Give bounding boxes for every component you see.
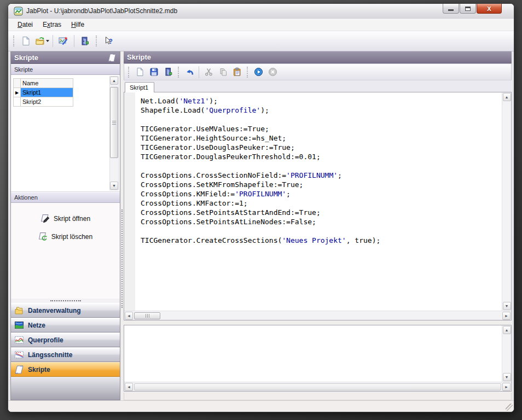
script-grid: Name ▶ Skript1 Skript2 <box>13 78 73 107</box>
output-text-area[interactable] <box>124 325 502 382</box>
open-file-button[interactable] <box>34 33 50 49</box>
paste-button[interactable] <box>230 66 244 79</box>
main-panel-strip <box>124 393 512 400</box>
code-line: TICGenerator.HeightSource:=hs_Net; <box>141 133 500 143</box>
save-script-button[interactable] <box>147 66 161 79</box>
stop-icon <box>268 67 277 77</box>
code-line: CrossOptions.KMField:='PROFILNUMM'; <box>141 189 500 199</box>
menu-extras[interactable]: Extras <box>38 19 66 30</box>
list-scrollbar[interactable]: ▲ ▼ <box>109 76 119 190</box>
scroll-up-arrow[interactable]: ▲ <box>503 326 511 334</box>
content-area: Skripte Skripte Name ▶ S <box>8 51 514 400</box>
scroll-left-arrow[interactable]: ◄ <box>125 383 133 391</box>
code-content[interactable]: Net.Load('Netz1');Shapefile.Load('Querpr… <box>135 92 502 311</box>
nav-querprofile[interactable]: Querprofile <box>11 332 120 347</box>
folders-icon <box>14 306 24 316</box>
main-toolbar: ? <box>8 31 514 51</box>
run-script-button[interactable] <box>251 66 265 79</box>
minimize-button[interactable] <box>443 4 459 14</box>
toolbar-grip[interactable] <box>96 36 97 46</box>
open-file-icon <box>35 36 45 46</box>
scrollbar-thumb[interactable] <box>134 383 501 390</box>
script-list: Name ▶ Skript1 Skript2 ▲ <box>11 75 120 192</box>
help-button[interactable]: ? <box>100 33 117 49</box>
editor-vscrollbar[interactable]: ▲ ▼ <box>502 92 511 311</box>
copy-button[interactable] <box>216 66 230 79</box>
scrollbar-thumb[interactable] <box>134 312 160 319</box>
toolbar-separator <box>199 66 199 78</box>
scroll-right-arrow[interactable]: ► <box>502 383 511 391</box>
menu-datei[interactable]: Datei <box>13 19 38 30</box>
exit-door-icon <box>80 36 90 46</box>
cross-section-chart-icon <box>14 335 24 345</box>
list-item-skript2[interactable]: Skript2 <box>14 97 73 107</box>
cut-icon <box>204 67 213 77</box>
cut-button[interactable] <box>201 66 216 79</box>
close-script-button[interactable] <box>161 66 175 79</box>
scroll-down-arrow[interactable]: ▼ <box>503 373 511 381</box>
report-wizard-icon <box>59 36 68 46</box>
scroll-right-arrow[interactable]: ► <box>502 312 511 320</box>
code-line: CrossOptions.KMFactor:=1; <box>141 199 500 208</box>
sidebar-header: Skripte <box>11 52 120 64</box>
code-line: CrossOptions.CrossSectionNoField:='PROFI… <box>141 171 500 180</box>
main-header-title: Skripte <box>127 53 151 61</box>
grid-header-row: Name <box>14 79 73 88</box>
tab-skript1[interactable]: Skript1 <box>125 82 154 92</box>
current-row-marker: ▶ <box>14 88 21 97</box>
scroll-down-arrow[interactable]: ▼ <box>110 182 118 190</box>
maximize-button[interactable] <box>460 4 476 14</box>
scroll-down-arrow[interactable]: ▼ <box>503 302 511 310</box>
title-bar[interactable]: JabPlot - U:\jabrondb\JabPlot\JabPlotSch… <box>8 4 514 19</box>
editor-zone: Net.Load('Netz1');Shapefile.Load('Querpr… <box>124 92 512 320</box>
toolbar-grip[interactable] <box>128 67 130 78</box>
new-file-button[interactable] <box>18 33 34 49</box>
toolbar-grip[interactable] <box>13 36 15 46</box>
scroll-left-arrow[interactable]: ◄ <box>125 312 133 320</box>
code-line: TICGenerator.CreateCrossSections('Neues … <box>141 236 500 245</box>
menu-hilfe[interactable]: Hilfe <box>66 19 89 30</box>
copy-icon <box>218 67 228 77</box>
open-dropdown-arrow[interactable] <box>46 40 49 42</box>
toolbar-grip[interactable] <box>178 67 179 78</box>
exit-door-button[interactable] <box>77 33 93 49</box>
resize-grip[interactable] <box>506 404 513 411</box>
code-line: Shapefile.Load('Querprofile'); <box>141 106 500 115</box>
actions-group-header: Aktionen <box>11 192 120 203</box>
code-line <box>141 115 500 124</box>
scrollbar-thumb[interactable] <box>110 87 118 158</box>
new-script-button[interactable] <box>132 66 147 79</box>
toolbar-grip[interactable] <box>247 67 248 78</box>
scroll-up-arrow[interactable]: ▲ <box>110 77 118 85</box>
close-button[interactable]: X <box>477 4 502 14</box>
output-hscrollbar[interactable]: ◄ ► <box>124 382 511 391</box>
nav-laengsschnitte[interactable]: Längsschnitte <box>11 347 120 362</box>
nav-netze[interactable]: Netze <box>11 318 120 332</box>
output-zone: ▲ ▼ ◄ ► <box>124 325 512 392</box>
scroll-up-arrow[interactable]: ▲ <box>503 93 511 101</box>
output-vscrollbar[interactable]: ▲ ▼ <box>502 325 511 382</box>
open-script-action[interactable]: Skript öffnen <box>40 214 90 223</box>
toolbar-separator <box>74 35 74 47</box>
report-wizard-button[interactable] <box>55 33 72 49</box>
script-scroll-icon <box>14 365 24 375</box>
save-icon <box>149 67 159 77</box>
code-line: CrossOptions.SetPointsAtStartAndEnd:=Tru… <box>141 208 500 217</box>
nav-skripte[interactable]: Skripte <box>11 362 120 377</box>
jabplot-app-icon <box>14 7 23 16</box>
code-line <box>141 161 500 171</box>
nav-datenverwaltung[interactable]: Datenverwaltung <box>11 303 120 318</box>
output-splitter[interactable] <box>124 320 512 325</box>
delete-script-action[interactable]: Skript löschen <box>38 232 92 241</box>
list-item-skript1[interactable]: ▶ Skript1 <box>14 88 73 97</box>
editor-hscrollbar[interactable]: ◄ ► <box>124 311 511 320</box>
close-icon: X <box>487 5 491 12</box>
undo-button[interactable] <box>182 66 196 79</box>
sidebar-drag-handle[interactable] <box>11 299 120 303</box>
close-door-icon <box>164 67 173 77</box>
menu-bar: Datei Extras Hilfe <box>8 19 514 31</box>
script-scroll-icon <box>107 53 117 62</box>
script-delete-icon <box>38 232 48 241</box>
stop-script-button[interactable] <box>265 66 280 79</box>
code-line: TICGenerator.UseMValues:=True; <box>141 124 500 133</box>
